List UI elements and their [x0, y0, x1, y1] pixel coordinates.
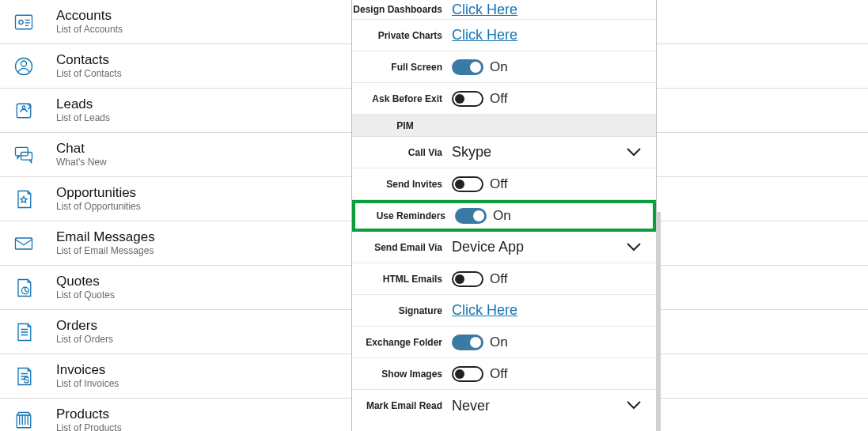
setting-design-dashboards: Design Dashboards Click Here [352, 0, 656, 20]
nav-sub: List of Orders [56, 334, 113, 345]
scrollbar-track[interactable] [656, 212, 661, 431]
svg-rect-0 [16, 15, 32, 29]
setting-send-invites: Send Invites Off [352, 168, 656, 200]
nav-title: Accounts [56, 9, 123, 24]
send-invites-toggle[interactable] [452, 176, 483, 192]
setting-send-email-via[interactable]: Send Email Via Device App [352, 232, 656, 263]
setting-label: Design Dashboards [352, 4, 450, 15]
section-title: PIM [396, 120, 413, 131]
nav-title: Leads [56, 97, 110, 112]
setting-use-reminders: Use Reminders On [352, 200, 656, 232]
nav-sub: List of Email Messages [56, 245, 155, 256]
nav-sub: List of Products [56, 422, 122, 431]
nav-title: Products [56, 407, 122, 422]
section-header-pim: PIM [352, 115, 656, 137]
setting-label: Private Charts [352, 30, 450, 41]
chevron-down-icon [626, 240, 645, 255]
nav-title: Chat [56, 142, 107, 157]
setting-label: Mark Email Read [352, 400, 450, 411]
exchange-folder-toggle[interactable] [452, 335, 483, 350]
setting-label: Full Screen [352, 62, 450, 73]
accounts-icon [12, 10, 36, 34]
invoices-icon [12, 365, 36, 388]
nav-sub: What's New [56, 157, 107, 168]
toggle-text: Off [490, 271, 507, 287]
html-emails-toggle[interactable] [452, 271, 483, 287]
nav-title: Email Messages [56, 230, 155, 245]
nav-sub: List of Leads [56, 112, 110, 123]
setting-label: Signature [352, 305, 450, 316]
setting-call-via[interactable]: Call Via Skype [352, 137, 656, 168]
chevron-down-icon [626, 399, 645, 413]
setting-label: Send Invites [352, 179, 450, 190]
setting-label: Call Via [352, 147, 450, 158]
setting-label: HTML Emails [352, 274, 450, 285]
setting-full-screen: Full Screen On [352, 51, 656, 83]
setting-exchange-folder: Exchange Folder On [352, 327, 656, 358]
nav-sub: List of Quotes [56, 289, 115, 301]
svg-rect-6 [16, 147, 28, 156]
svg-rect-10 [17, 415, 31, 428]
show-images-toggle[interactable] [452, 366, 483, 382]
setting-html-emails: HTML Emails Off [352, 263, 656, 295]
nav-sub: List of Accounts [56, 24, 123, 35]
setting-show-images: Show Images Off [352, 358, 656, 390]
nav-title: Opportunities [56, 186, 141, 201]
quotes-icon [12, 276, 36, 300]
toggle-text: Off [490, 176, 507, 192]
ask-before-exit-toggle[interactable] [452, 91, 483, 107]
svg-point-5 [22, 105, 25, 108]
svg-rect-8 [16, 238, 32, 249]
svg-point-1 [19, 20, 23, 24]
nav-title: Contacts [56, 53, 122, 68]
setting-label: Exchange Folder [352, 337, 450, 348]
signature-link[interactable]: Click Here [452, 302, 517, 319]
toggle-text: Off [490, 366, 507, 382]
contacts-icon [12, 55, 36, 78]
setting-label: Show Images [352, 369, 450, 380]
use-reminders-toggle[interactable] [455, 208, 487, 224]
toggle-text: Off [490, 91, 507, 107]
toggle-text: On [493, 208, 511, 224]
setting-ask-before-exit: Ask Before Exit Off [352, 83, 656, 115]
call-via-value: Skype [452, 144, 626, 161]
design-dashboards-link[interactable]: Click Here [452, 2, 517, 18]
private-charts-link[interactable]: Click Here [452, 27, 517, 43]
leads-icon [12, 99, 36, 123]
full-screen-toggle[interactable] [452, 59, 483, 75]
nav-title: Quotes [56, 274, 115, 289]
setting-label: Send Email Via [352, 242, 450, 253]
setting-private-charts: Private Charts Click Here [352, 20, 656, 51]
opportunities-icon [12, 187, 36, 211]
mark-email-read-value: Never [452, 398, 626, 414]
svg-point-3 [21, 61, 27, 66]
toggle-text: On [490, 59, 508, 75]
settings-panel: Design Dashboards Click Here Private Cha… [351, 0, 657, 431]
setting-mark-email-read[interactable]: Mark Email Read Never [352, 390, 656, 422]
setting-label: Ask Before Exit [352, 93, 450, 104]
products-icon [12, 409, 36, 432]
chat-icon [12, 143, 36, 167]
nav-sub: List of Contacts [56, 68, 122, 79]
email-icon [12, 232, 36, 255]
orders-icon [12, 320, 36, 344]
send-email-via-value: Device App [452, 239, 626, 255]
setting-label: Use Reminders [355, 210, 453, 221]
nav-sub: List of Invoices [56, 378, 119, 389]
nav-title: Invoices [56, 363, 119, 378]
setting-signature: Signature Click Here [352, 295, 656, 327]
nav-sub: List of Opportunities [56, 201, 141, 212]
chevron-down-icon [626, 146, 645, 160]
nav-title: Orders [56, 319, 113, 334]
toggle-text: On [490, 335, 508, 350]
